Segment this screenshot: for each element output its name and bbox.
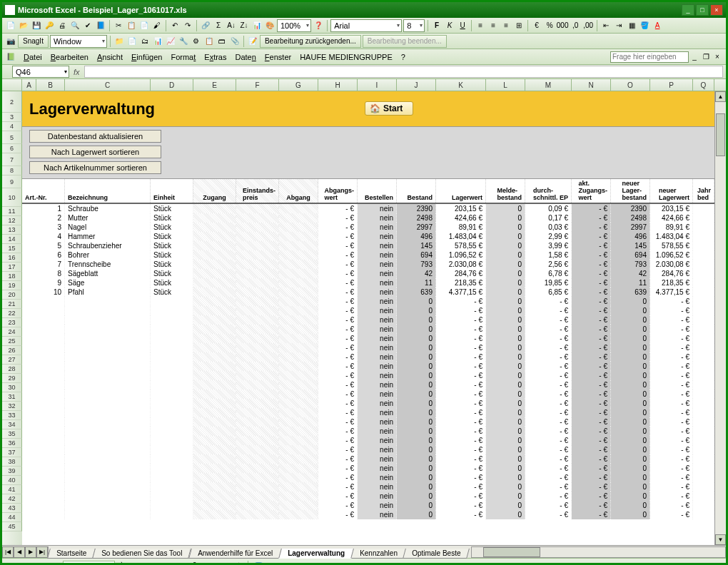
- menu-help[interactable]: ?: [397, 51, 410, 63]
- help-icon[interactable]: ❓: [313, 20, 324, 31]
- dec-dec-icon[interactable]: ,00: [582, 20, 594, 31]
- tab-first-icon[interactable]: |◀: [2, 546, 14, 558]
- table-row[interactable]: 10PfahlStück- €nein6394.377,15 €06,85 €-…: [22, 287, 726, 297]
- row-header[interactable]: 11: [2, 207, 22, 216]
- snagit-icon[interactable]: 📷: [5, 36, 16, 47]
- row-header[interactable]: 19: [2, 281, 22, 290]
- row-header[interactable]: 38: [2, 457, 22, 467]
- row-header[interactable]: 24: [2, 327, 22, 337]
- linecolor-icon[interactable]: 🖊: [267, 561, 278, 566]
- col-header-M[interactable]: M: [525, 79, 572, 91]
- row-header[interactable]: 44: [2, 513, 22, 522]
- row-header[interactable]: 27: [2, 355, 22, 365]
- row-header[interactable]: 9: [2, 175, 22, 188]
- row-header[interactable]: 26: [2, 346, 22, 355]
- arrow-icon[interactable]: ↗: [132, 561, 143, 566]
- row-header[interactable]: 21: [2, 300, 22, 309]
- textbox-icon[interactable]: A: [175, 561, 186, 566]
- row-header[interactable]: 7: [2, 153, 22, 166]
- row-header[interactable]: 2: [2, 91, 22, 113]
- col-header-L[interactable]: L: [486, 79, 525, 91]
- row-header[interactable]: 29: [2, 374, 22, 383]
- wordart-icon[interactable]: 🅐: [189, 561, 201, 566]
- table-row[interactable]: 8SägeblattStück- €nein42284,76 €06,78 €-…: [22, 269, 726, 278]
- sheet-tab[interactable]: Lagerverwaltung: [278, 549, 354, 559]
- table-row[interactable]: 3NagelStück- €nein299789,91 €00,03 €- €2…: [22, 223, 726, 232]
- table-row[interactable]: 6BohrerStück- €nein6941.096,52 €01,58 €-…: [22, 250, 726, 260]
- row-header[interactable]: 39: [2, 467, 22, 476]
- table-row[interactable]: - €nein0- €0- €- €0- €: [22, 427, 726, 436]
- sheet-tab[interactable]: Optimale Beste: [403, 549, 470, 559]
- ext1-icon[interactable]: 📁: [113, 36, 125, 47]
- table-row[interactable]: - €nein0- €0- €- €0- €: [22, 343, 726, 352]
- table-row[interactable]: - €nein0- €0- €- €0- €: [22, 417, 726, 427]
- scroll-thumb[interactable]: [716, 113, 725, 156]
- row-header[interactable]: 18: [2, 272, 22, 281]
- ext2-icon[interactable]: 📄: [126, 36, 138, 47]
- menu-datei[interactable]: Datei: [19, 51, 46, 63]
- autoformen-dropdown[interactable]: AutoFormen: [63, 561, 115, 566]
- font-name-dropdown[interactable]: Arial: [330, 19, 402, 32]
- doc-restore-icon[interactable]: ❐: [700, 51, 712, 63]
- col-header-F[interactable]: F: [236, 79, 279, 91]
- ind-inc-icon[interactable]: ⇥: [613, 20, 625, 31]
- col-header-G[interactable]: G: [279, 79, 318, 91]
- row-header[interactable]: 6: [2, 144, 22, 153]
- select-icon[interactable]: ↖: [49, 561, 60, 566]
- help-search[interactable]: [610, 51, 689, 63]
- align-right-icon[interactable]: ≡: [500, 20, 512, 31]
- lineweight-icon[interactable]: ≡: [295, 561, 307, 566]
- menu-format[interactable]: Format: [166, 51, 200, 63]
- ext8-icon[interactable]: 📋: [203, 36, 215, 47]
- print-icon[interactable]: 🖨: [56, 20, 68, 31]
- sum-icon[interactable]: Σ: [213, 20, 224, 31]
- diagram-icon[interactable]: ⬡: [203, 561, 215, 566]
- row-header[interactable]: 20: [2, 290, 22, 300]
- row-header[interactable]: 36: [2, 439, 22, 448]
- ext6-icon[interactable]: 🔧: [178, 36, 189, 47]
- paste-icon[interactable]: 📄: [138, 20, 150, 31]
- table-row[interactable]: 1SchraubeStück- €nein2390203,15 €00,09 €…: [22, 204, 726, 213]
- table-row[interactable]: 7TrennscheibeStück- €nein7932.030,08 €02…: [22, 260, 726, 269]
- permission-icon[interactable]: 🔑: [44, 20, 55, 31]
- merge-icon[interactable]: ⊞: [513, 20, 525, 31]
- row-header[interactable]: 31: [2, 392, 22, 402]
- fill-icon[interactable]: 🪣: [639, 20, 650, 31]
- row-header[interactable]: 23: [2, 318, 22, 327]
- scroll-up-icon[interactable]: ▲: [715, 91, 726, 102]
- row-header[interactable]: 30: [2, 383, 22, 392]
- row-header[interactable]: 8: [2, 166, 22, 175]
- doc-min-icon[interactable]: _: [689, 51, 700, 63]
- minimize-button[interactable]: _: [682, 4, 694, 16]
- percent-icon[interactable]: %: [544, 20, 555, 31]
- line-icon[interactable]: ╲: [118, 561, 129, 566]
- sort-az-icon[interactable]: A↓: [226, 20, 237, 31]
- row-header[interactable]: 45: [2, 522, 22, 531]
- table-row[interactable]: - €nein0- €0- €- €0- €: [22, 464, 726, 473]
- undo-icon[interactable]: ↶: [169, 20, 181, 31]
- row-header[interactable]: 4: [2, 122, 22, 131]
- open-icon[interactable]: 📂: [18, 20, 29, 31]
- menu-einfuegen[interactable]: Einfügen: [127, 51, 166, 63]
- col-header-P[interactable]: P: [650, 79, 693, 91]
- clipart-icon[interactable]: 🖼: [218, 561, 229, 566]
- preview-icon[interactable]: 🔍: [69, 20, 81, 31]
- col-header-N[interactable]: N: [572, 79, 611, 91]
- col-header-B[interactable]: B: [36, 79, 65, 91]
- drawing-icon[interactable]: 🎨: [264, 20, 275, 31]
- format-painter-icon[interactable]: 🖌: [151, 20, 163, 31]
- dashstyle-icon[interactable]: ┅: [310, 561, 321, 566]
- table-row[interactable]: - €nein0- €0- €- €0- €: [22, 362, 726, 371]
- row-header[interactable]: 41: [2, 485, 22, 494]
- col-header-O[interactable]: O: [611, 79, 650, 91]
- sheet-tab[interactable]: So bedienen Sie das Tool: [92, 549, 191, 559]
- snagit-button[interactable]: SnagIt: [18, 35, 49, 48]
- scroll-down-icon[interactable]: ▼: [715, 534, 726, 545]
- vertical-scrollbar[interactable]: ▲ ▼: [714, 91, 726, 545]
- sheet-tab[interactable]: Startseite: [47, 549, 96, 559]
- redo-icon[interactable]: ↷: [182, 20, 193, 31]
- row-header[interactable]: 16: [2, 253, 22, 263]
- row-header[interactable]: 13: [2, 225, 22, 235]
- maximize-button[interactable]: □: [696, 4, 709, 16]
- col-header-Q[interactable]: Q: [693, 79, 714, 91]
